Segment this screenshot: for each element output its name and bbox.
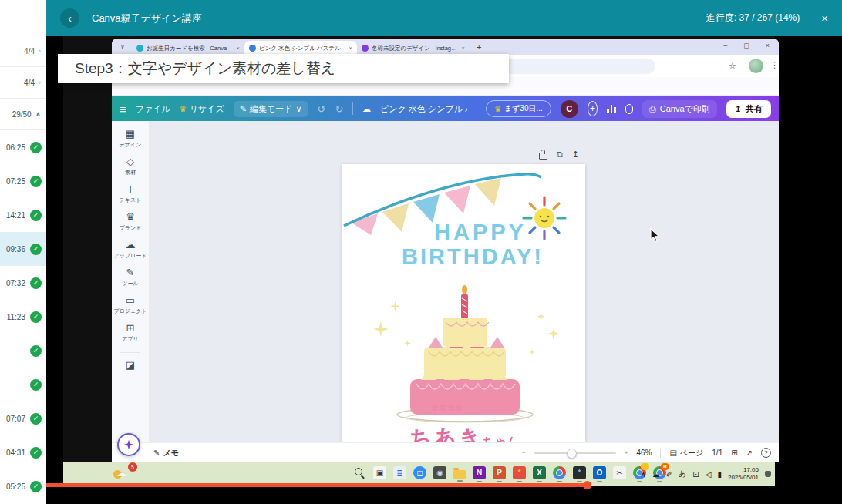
back-button[interactable]: ‹ bbox=[60, 8, 79, 28]
excel[interactable]: X bbox=[533, 466, 546, 482]
video-stage[interactable]: ∨ お誕生日カードを検索 - Canva×ピンク 水色 シンプル パステル×名称… bbox=[46, 36, 842, 504]
screen-recording-frame: ∨ お誕生日カードを検索 - Canva×ピンク 水色 シンプル パステル×名称… bbox=[63, 36, 775, 486]
lesson-item[interactable]: 11:23✓ bbox=[0, 300, 46, 334]
sidebar-item-design[interactable]: ▦デザイン bbox=[120, 129, 142, 149]
sidebar-item-brand[interactable]: ♛ブランド bbox=[120, 212, 142, 232]
zoom-app[interactable]: ◻ bbox=[413, 466, 426, 482]
lesson-item[interactable]: 06:25✓ bbox=[0, 130, 46, 164]
sidebar-item-projects[interactable]: ▭プロジェクト bbox=[114, 295, 147, 315]
volume-icon[interactable]: ◁ bbox=[706, 470, 712, 479]
search-button[interactable] bbox=[353, 466, 366, 482]
trial-button[interactable]: ♛ まず30日... bbox=[486, 100, 551, 117]
redo-icon[interactable]: ↻ bbox=[335, 103, 344, 115]
sidebar-item-uploads[interactable]: ☁アップロード bbox=[114, 240, 147, 260]
print-button[interactable]: ⎙ Canvaで印刷 bbox=[642, 100, 717, 118]
lock-icon[interactable] bbox=[539, 153, 547, 160]
sidebar-item-apps[interactable]: ⊞アプリ bbox=[122, 323, 139, 343]
card-name-text[interactable]: ちあきちゃん bbox=[342, 423, 585, 443]
pen-icon[interactable]: ✐ bbox=[666, 470, 672, 479]
add-member-button[interactable]: + bbox=[588, 101, 598, 116]
undo-icon[interactable]: ↺ bbox=[318, 103, 326, 115]
share-button[interactable]: ↥ 共有 bbox=[726, 100, 771, 118]
notification-bell-icon[interactable] bbox=[765, 471, 771, 477]
lesson-item[interactable]: 09:36✓ bbox=[0, 232, 46, 266]
powerpoint[interactable]: P bbox=[493, 466, 506, 482]
maximize-icon[interactable]: ◻ bbox=[743, 42, 749, 49]
document-app[interactable]: ≣ bbox=[393, 466, 406, 482]
lesson-item[interactable]: 07:07✓ bbox=[0, 402, 46, 435]
zoom-in-button[interactable]: + bbox=[625, 449, 628, 456]
crown-icon: ♛ bbox=[494, 105, 501, 113]
page-view-button[interactable]: ▤ ページ bbox=[669, 448, 703, 459]
file-menu-button[interactable]: ファイル bbox=[136, 103, 170, 115]
tab-close-icon[interactable]: × bbox=[461, 45, 465, 52]
zoom-level-value[interactable]: 46% bbox=[636, 449, 652, 457]
canva-menu-icon[interactable]: ≡ bbox=[120, 102, 126, 116]
insights-chart-icon[interactable] bbox=[607, 105, 616, 113]
start-button[interactable] bbox=[333, 466, 346, 482]
design-icon: ▦ bbox=[126, 129, 135, 139]
comments-icon[interactable] bbox=[625, 104, 633, 114]
sidebar-item-extra[interactable]: ◪ bbox=[126, 360, 135, 371]
clock[interactable]: 17:05 2025/05/01 bbox=[728, 466, 759, 482]
cast-icon[interactable]: ⊡ bbox=[692, 470, 699, 479]
card-headline-line2[interactable]: BIRTHDAY! bbox=[402, 244, 544, 270]
lesson-item[interactable]: ✓ bbox=[0, 368, 46, 402]
design-title[interactable]: ピンク 水色 シンプル パステル こ... bbox=[380, 103, 467, 115]
canva-assistant-button[interactable] bbox=[117, 433, 140, 456]
task-view-button[interactable]: ▣ bbox=[373, 466, 386, 482]
battery-icon[interactable]: ▮ bbox=[717, 470, 722, 479]
zoom-out-button[interactable]: − bbox=[522, 449, 526, 456]
tab-close-icon[interactable]: × bbox=[236, 45, 240, 52]
grid-view-icon[interactable]: ⊞ bbox=[731, 449, 737, 457]
tab-search-chevron-icon[interactable]: ∨ bbox=[120, 43, 125, 50]
sidebar-item-tools[interactable]: ✎ツール bbox=[122, 267, 138, 287]
duplicate-page-icon[interactable]: ⧉ bbox=[557, 150, 563, 160]
video-editor-app[interactable]: * bbox=[513, 466, 526, 482]
svg-text:♡ ♡ ♡ ♡: ♡ ♡ ♡ ♡ bbox=[432, 405, 463, 412]
design-page[interactable]: HAPPY BIRTHDAY! ♡ bbox=[342, 164, 585, 443]
edit-mode-button[interactable]: ✎ 編集モード ∨ bbox=[234, 101, 308, 117]
media-app[interactable]: * bbox=[573, 466, 586, 482]
lesson-item[interactable]: 07:32✓ bbox=[0, 266, 46, 300]
video-progress-fill[interactable] bbox=[46, 483, 588, 487]
tab-close-icon[interactable]: × bbox=[349, 45, 352, 52]
add-page-icon[interactable]: ↥ bbox=[572, 150, 579, 160]
close-window-icon[interactable]: × bbox=[766, 42, 770, 49]
resize-button[interactable]: ♛ リサイズ bbox=[180, 103, 224, 115]
notes-button[interactable]: ✎ メモ bbox=[153, 448, 179, 459]
zoom-slider-thumb[interactable] bbox=[567, 449, 577, 459]
file-explorer[interactable] bbox=[453, 467, 466, 482]
browser-profile-avatar[interactable] bbox=[749, 59, 763, 73]
cloud-save-icon[interactable]: ☁ bbox=[362, 104, 371, 114]
close-icon[interactable]: × bbox=[821, 12, 828, 25]
browser-menu-icon[interactable]: ⋮ bbox=[770, 60, 779, 70]
fullscreen-icon[interactable]: ↗ bbox=[746, 449, 753, 457]
minimize-icon[interactable]: – bbox=[723, 42, 727, 49]
new-tab-button[interactable]: + bbox=[477, 42, 481, 52]
help-button[interactable]: ? bbox=[761, 448, 771, 458]
snipping-tool[interactable]: ✂ bbox=[613, 466, 626, 482]
sidebar-section[interactable]: 29/50∧ bbox=[0, 99, 46, 130]
sidebar-section[interactable]: 4/4› bbox=[0, 67, 46, 99]
lesson-item[interactable]: 04:31✓ bbox=[0, 435, 46, 469]
camera-app[interactable]: ◉ bbox=[433, 466, 446, 482]
lesson-item[interactable]: 07:25✓ bbox=[0, 164, 46, 198]
weather-widget[interactable]: ☁ 5 bbox=[113, 465, 136, 482]
lesson-item[interactable]: 05:25✓ bbox=[0, 469, 46, 503]
outlook[interactable]: O bbox=[593, 466, 606, 482]
account-avatar[interactable]: C bbox=[561, 100, 578, 118]
zoom-slider[interactable] bbox=[534, 452, 616, 454]
hidden-icons-chevron[interactable]: ∧ bbox=[640, 470, 645, 479]
bookmark-star-icon[interactable]: ☆ bbox=[729, 61, 736, 71]
card-headline-line1[interactable]: HAPPY bbox=[434, 220, 527, 245]
sidebar-item-text[interactable]: Tテキスト bbox=[120, 184, 142, 204]
sidebar-section[interactable]: 4/4› bbox=[0, 35, 46, 67]
ime-icon[interactable]: あ bbox=[679, 469, 686, 479]
lesson-item[interactable]: ✓ bbox=[0, 334, 46, 368]
lesson-item[interactable]: 14:21✓ bbox=[0, 198, 46, 232]
sidebar-item-elements[interactable]: ◇素材 bbox=[125, 156, 136, 176]
onedrive-icon[interactable]: ☁ bbox=[652, 470, 660, 479]
onenote[interactable]: N bbox=[473, 466, 486, 482]
chrome[interactable] bbox=[553, 466, 566, 482]
